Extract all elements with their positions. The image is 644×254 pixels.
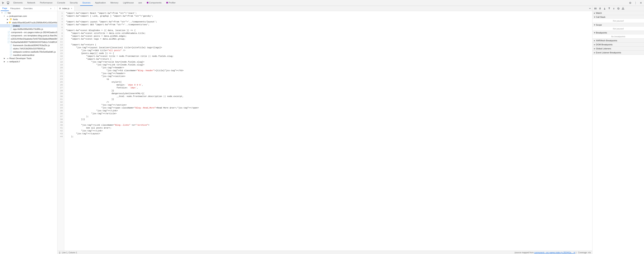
code-viewer[interactable]: 1234567891011121314151617181920212223242… <box>58 11 592 251</box>
tree-item-top[interactable]: ▾ 📄 top <box>0 11 57 14</box>
global-listeners-header[interactable]: ▶ Global Listeners <box>592 47 644 50</box>
watch-section: ▶ Watch <box>592 11 644 15</box>
debugger-sections: ▶ Watch ▶ Call Stack Not paused ▶ Scope <box>592 11 644 254</box>
tree-item-component3[interactable]: 📄 e2031444bc54aabebe7b4075633abbe0fbbb08… <box>0 37 57 40</box>
tab-axe[interactable]: axe <box>136 0 144 6</box>
line-number: 44 <box>58 135 63 138</box>
code-content[interactable]: "import-kw">import React "import-kw">fro… <box>64 11 592 251</box>
line-number: 26 <box>58 84 63 86</box>
line-number: 42 <box>58 129 63 132</box>
close-devtools-button[interactable]: ✕ <box>639 0 643 5</box>
tab-security[interactable]: Security <box>68 0 80 6</box>
code-line <box>66 41 591 43</box>
xhr-breakpoints-header[interactable]: ▶ XHR/fetch Breakpoints <box>592 39 644 42</box>
line-number-gutter: 1234567891011121314151617181920212223242… <box>58 11 64 251</box>
line-number: 29 <box>58 92 63 95</box>
inspect-element-button[interactable] <box>1 0 5 5</box>
source-map-link[interactable]: component---src-pages-index-js-282442a….… <box>534 251 575 254</box>
step-into-button[interactable] <box>602 6 606 10</box>
tab-network[interactable]: Network <box>25 0 38 6</box>
close-tab-button[interactable]: × <box>70 7 73 10</box>
tree-item-component4[interactable]: 📄 f1e9ad4a0db96977b0683433370db1c7c0df01… <box>0 40 57 44</box>
line-number: 11 <box>58 41 63 43</box>
tree-item-jonkuperman[interactable]: ▾ ☁ jonkuperman.com <box>0 14 57 18</box>
sidebar-tab-filesystem[interactable]: Filesystem <box>9 6 22 11</box>
devtools-toolbar: Elements Network Performance Console Sec… <box>0 0 644 6</box>
editor-expand-button[interactable] <box>588 6 592 11</box>
tab-console[interactable]: Console <box>55 0 68 6</box>
line-number: 33 <box>58 104 63 107</box>
tab-performance[interactable]: Performance <box>38 0 55 6</box>
sidebar-tab-overrides[interactable]: Overrides <box>22 6 34 11</box>
scope-section: ▶ Scope Not paused <box>592 23 644 31</box>
code-line: "import-kw">import React "import-kw">fro… <box>66 12 591 15</box>
code-line <box>66 26 591 29</box>
sidebar-tab-bar: Page Filesystem Overrides » ⋮ <box>0 6 57 11</box>
tree-item-webpack[interactable]: ▶ ☁ webpack:// <box>0 60 57 63</box>
deactivate-breakpoints-button[interactable] <box>616 6 620 10</box>
svg-line-17 <box>618 8 619 9</box>
code-line: }} <box>66 89 591 92</box>
tree-item-framework[interactable]: 📄 framework-1bcdbcdd30f43763a25c.js <box>0 44 57 47</box>
code-line: }} <box>66 98 591 101</box>
tab-profiler[interactable]: Profiler <box>164 0 178 6</box>
line-number: 4 <box>58 20 63 23</box>
tree-item-static[interactable]: ▶ 📁 static/95ac662a407ca3c25858cf041c592… <box>0 21 57 24</box>
devtools-nav-icons <box>1 0 10 5</box>
breakpoints-section-header[interactable]: ▶ Breakpoints <box>592 31 644 35</box>
devtools-tab-bar: Elements Network Performance Console Sec… <box>11 0 628 6</box>
sidebar-more-button[interactable]: » <box>49 6 53 10</box>
step-button[interactable] <box>612 6 616 10</box>
code-line: "import-kw">import { Link, graphql } "im… <box>66 15 591 18</box>
line-number: 18 <box>58 61 63 63</box>
tree-item-fonts[interactable]: ▶ 📁 fonts <box>0 18 57 21</box>
tab-lighthouse[interactable]: Lighthouse <box>121 0 136 6</box>
code-line: "jsx-tag"></Link> <box>66 129 591 132</box>
line-number: 10 <box>58 38 63 41</box>
code-line: "jsx-tag"><h3 className="Blog--header">{… <box>66 69 591 72</box>
line-number: 13 <box>58 46 63 49</box>
sidebar-settings-button[interactable]: ⋮ <box>53 6 56 10</box>
format-icon[interactable]: {} <box>59 251 60 254</box>
watch-section-header[interactable]: ▶ Watch <box>592 11 644 15</box>
device-toolbar-button[interactable] <box>6 0 10 5</box>
more-tools-button[interactable]: ⋮ <box>633 0 638 5</box>
tree-item-react-dev-tools[interactable]: ▶ ☁ React Developer Tools <box>0 57 57 60</box>
code-line: fontSize: `16px`, <box>66 86 591 89</box>
tree-item-index[interactable]: 📄 (index) <box>0 24 57 27</box>
event-listener-breakpoints-header[interactable]: ▶ Event Listener Breakpoints <box>592 51 644 54</box>
tab-components[interactable]: Components <box>144 0 164 6</box>
pause-on-exceptions-button[interactable] <box>621 6 625 10</box>
tree-item-manifest[interactable]: 📄 manifest.webmanifest <box>0 53 57 57</box>
tab-sources[interactable]: Sources <box>80 0 93 6</box>
tree-item-webpack-runtime[interactable]: 📄 webpack-runtime-ead5e8c75fc5e83a9df1.j… <box>0 50 57 53</box>
code-line: "import-kw">return ( <box>66 58 591 61</box>
pause-button[interactable] <box>593 6 598 10</box>
line-number: 31 <box>58 98 63 101</box>
dom-breakpoints-header[interactable]: ▶ DOM Breakpoints <box>592 43 644 46</box>
svg-rect-0 <box>7 2 9 3</box>
line-number: 3 <box>58 18 63 20</box>
tab-elements[interactable]: Elements <box>11 0 25 6</box>
code-line <box>66 18 591 20</box>
tab-memory[interactable]: Memory <box>108 0 121 6</box>
step-over-button[interactable] <box>598 6 602 10</box>
line-number: 19 <box>58 63 63 66</box>
settings-button[interactable]: ⚙ <box>628 0 632 5</box>
step-out-button[interactable] <box>607 6 611 10</box>
tree-item-component2[interactable]: 📄 component---src-templates-blog-post-js… <box>0 34 57 37</box>
editor-tab-index-js[interactable]: index.js × <box>58 6 74 11</box>
svg-rect-7 <box>596 8 596 9</box>
tree-item-styles[interactable]: 📄 styles-7d4153d260c0197f0043.js <box>0 47 57 50</box>
tab-application[interactable]: Application <box>93 0 108 6</box>
code-line: dangerouslySetInnerHTML={{ <box>66 92 591 95</box>
tree-item-app[interactable]: 📄 app-0e86c696e040c73c6f0c.js <box>0 27 57 31</box>
scope-section-header[interactable]: ▶ Scope <box>592 23 644 27</box>
line-number: 12 <box>58 43 63 46</box>
call-stack-section-header[interactable]: ▶ Call Stack <box>592 15 644 19</box>
line-number: 20 <box>58 66 63 69</box>
line-number: 39 <box>58 121 63 124</box>
svg-rect-4 <box>166 2 168 3</box>
tree-item-component1[interactable]: 📄 component---src-pages-index-js-282442a… <box>0 31 57 34</box>
sidebar-tab-page[interactable]: Page <box>1 6 9 11</box>
